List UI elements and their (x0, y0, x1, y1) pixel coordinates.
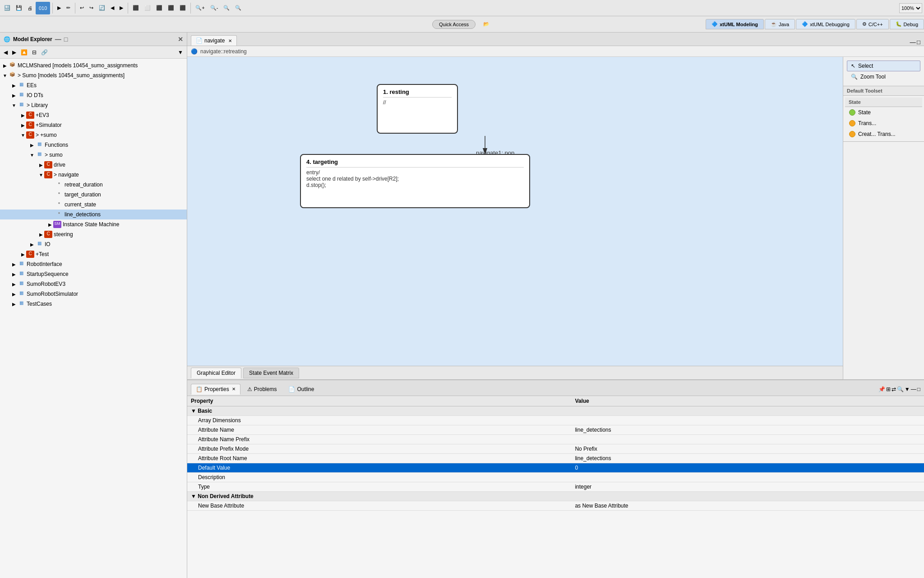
toggle-drive[interactable]: ▶ (38, 163, 44, 168)
toggle-iodts[interactable]: ▶ (11, 93, 17, 98)
toggle-testcases[interactable]: ▶ (11, 302, 17, 307)
link-editor-btn[interactable]: 🔗 (39, 48, 50, 56)
props-row-description[interactable]: Description (187, 473, 924, 482)
toggle-sumosim[interactable]: ▶ (11, 292, 17, 297)
tree-item-sumoev3[interactable]: ▶ ▦ SumoRobotEV3 (0, 279, 187, 289)
tree-item-current-state[interactable]: ● current_state (0, 200, 187, 210)
prop-type-val[interactable]: integer (571, 482, 924, 492)
nav-up-btn[interactable]: 🔼 (19, 48, 29, 56)
tree-item-testcases[interactable]: ▶ ▦ TestCases (0, 299, 187, 309)
toggle-ev3[interactable]: ▶ (20, 113, 26, 118)
props-row-prefix-mode[interactable]: Attribute Prefix Mode No Prefix (187, 444, 924, 454)
outline-tab[interactable]: 📄 Outline (283, 384, 319, 395)
tree-item-retreat-duration[interactable]: ● retreat_duration (0, 180, 187, 190)
prop-array-dim-val[interactable] (571, 416, 924, 425)
nav-forward-btn[interactable]: ▶ (10, 48, 18, 56)
perspective-java[interactable]: ☕ Java (765, 19, 795, 29)
tree-item-drive[interactable]: ▶ C drive (0, 160, 187, 170)
perspective-xtuml-debug[interactable]: 🔷 xtUML Debugging (796, 19, 855, 29)
props-row-attr-prefix[interactable]: Attribute Name Prefix (187, 435, 924, 444)
props-maximize-btn[interactable]: □ (917, 386, 920, 392)
toggle-robotinterface[interactable]: ▶ (11, 262, 17, 267)
tree-item-startup[interactable]: ▶ ▦ StartupSequence (0, 269, 187, 279)
view-menu-btn[interactable]: ▼ (176, 48, 185, 56)
nav-back-btn[interactable]: ◀ (2, 48, 9, 56)
properties-tab-close[interactable]: ✕ (232, 387, 236, 392)
toolbar-btn-zoom-fit[interactable]: 🔍 (221, 2, 232, 14)
state-targeting[interactable]: 4. targeting entry/ select one d related… (300, 154, 530, 208)
prop-root-name-val[interactable]: line_detections (571, 454, 924, 463)
toggle-library[interactable]: ▼ (11, 103, 17, 108)
tree-item-mclmshared[interactable]: ▶ 📦 MCLMShared [models 10454_sumo_assign… (0, 61, 187, 70)
toggle-sumo-class[interactable]: ▼ (20, 133, 26, 138)
nonderived-collapse-icon[interactable]: ▼ (191, 493, 196, 499)
tree-item-functions[interactable]: ▶ ▦ Functions (0, 140, 187, 150)
editor-maximize-btn[interactable]: □ (917, 39, 920, 46)
tree-item-sumo-class[interactable]: ▼ C > +sumo (0, 130, 187, 140)
tree-item-sumo[interactable]: ▼ 📦 > Sumo [models 10454_sumo_assignment… (0, 70, 187, 80)
perspective-xtuml-modeling[interactable]: 🔷 xtUML Modeling (706, 19, 764, 29)
toolbar-btn-nav2[interactable]: ▶ (117, 2, 125, 14)
tree-item-iodts[interactable]: ▶ ▦ IO DTs (0, 90, 187, 100)
tree-item-sumo-pkg[interactable]: ▼ ▦ > sumo (0, 150, 187, 160)
tree-item-ees[interactable]: ▶ ▦ EEs (0, 80, 187, 90)
perspective-debug[interactable]: 🐛 Debug (890, 19, 924, 29)
toggle-io[interactable]: ▶ (29, 242, 35, 247)
prop-new-base-val[interactable]: as New Base Attribute (571, 501, 924, 511)
toggle-simulator[interactable]: ▶ (20, 123, 26, 128)
tree-item-target-duration[interactable]: ● target_duration (0, 190, 187, 200)
toolbar-btn-zoom-out[interactable]: 🔍- (208, 2, 221, 14)
props-ctrl-btn1[interactable]: 📌 (878, 386, 885, 392)
tree-item-ism[interactable]: ▶ SM Instance State Machine (0, 219, 187, 229)
toolbar-btn-0[interactable]: 🔙 (2, 2, 13, 14)
properties-tab[interactable]: 📋 Properties ✕ (191, 384, 240, 395)
tree-item-simulator[interactable]: ▶ C +Simulator (0, 120, 187, 130)
props-ctrl-btn4[interactable]: 🔍 (897, 386, 904, 392)
toolbar-btn-d[interactable]: ⬛ (166, 2, 176, 14)
toolbar-btn-refresh[interactable]: 🔄 (97, 2, 107, 14)
toolbar-btn-b[interactable]: ⬜ (142, 2, 153, 14)
props-row-attr-name[interactable]: Attribute Name line_detections (187, 425, 924, 435)
toggle-ees[interactable]: ▶ (11, 83, 17, 88)
tree-item-io[interactable]: ▶ ▦ IO (0, 239, 187, 249)
collapse-all-btn[interactable]: ⊟ (30, 48, 38, 56)
state-event-matrix-tab[interactable]: State Event Matrix (243, 368, 299, 378)
tree-item-test[interactable]: ▶ C +Test (0, 249, 187, 259)
props-row-array-dim[interactable]: Array Dimensions (187, 416, 924, 425)
props-minimize-btn[interactable]: — (911, 386, 916, 392)
graphical-editor-tab[interactable]: Graphical Editor (191, 368, 241, 378)
toolbar-btn-pen[interactable]: ✏ (64, 2, 73, 14)
toolbar-btn-zoom-in[interactable]: 🔍+ (193, 2, 207, 14)
toolbar-btn-redo[interactable]: ↪ (87, 2, 96, 14)
toolbar-btn-nav1[interactable]: ◀ (108, 2, 116, 14)
props-row-type[interactable]: Type integer (187, 482, 924, 492)
state-tool-btn[interactable]: State (845, 107, 922, 118)
prop-attr-name-val[interactable]: line_detections (571, 425, 924, 435)
zoom-tool-btn[interactable]: 🔍 Zoom Tool (847, 71, 920, 82)
zoom-select[interactable]: 100% 75% 50% 150% (899, 3, 922, 13)
model-explorer-close[interactable]: ✕ (178, 36, 183, 43)
quick-access-button[interactable]: Quick Access (432, 20, 476, 29)
tree-item-robotinterface[interactable]: ▶ ▦ RobotInterface (0, 259, 187, 269)
model-explorer-minimize[interactable]: — (55, 36, 61, 43)
tree-item-steering[interactable]: ▶ C steering (0, 229, 187, 239)
toolbar-btn-run[interactable]: ▶ (55, 2, 63, 14)
tree-item-library[interactable]: ▼ ▦ > Library (0, 100, 187, 110)
toggle-mclmshared[interactable]: ▶ (2, 63, 8, 68)
prop-default-val-val[interactable]: 0 (571, 463, 924, 473)
toolbar-btn-print[interactable]: 🖨 (25, 2, 35, 14)
prop-prefix-mode-val[interactable]: No Prefix (571, 444, 924, 454)
props-ctrl-btn5[interactable]: ▼ (905, 386, 910, 392)
toggle-functions[interactable]: ▶ (29, 143, 35, 148)
toggle-sumo-pkg[interactable]: ▼ (29, 153, 35, 158)
toolbar-btn-debug[interactable]: 010 (36, 2, 50, 14)
navigate-tab-close[interactable]: ✕ (228, 38, 232, 43)
prop-desc-val[interactable] (571, 473, 924, 482)
create-trans-tool-btn[interactable]: Creat... Trans... (845, 129, 922, 140)
toggle-ism[interactable]: ▶ (47, 222, 53, 227)
toolbar-btn-zoom-sel[interactable]: 🔍 (233, 2, 244, 14)
editor-minimize-btn[interactable]: — (910, 39, 916, 46)
trans-tool-btn[interactable]: Trans... (845, 118, 922, 129)
problems-tab[interactable]: ⚠ Problems (242, 384, 282, 395)
props-ctrl-btn3[interactable]: ⇄ (892, 386, 896, 392)
